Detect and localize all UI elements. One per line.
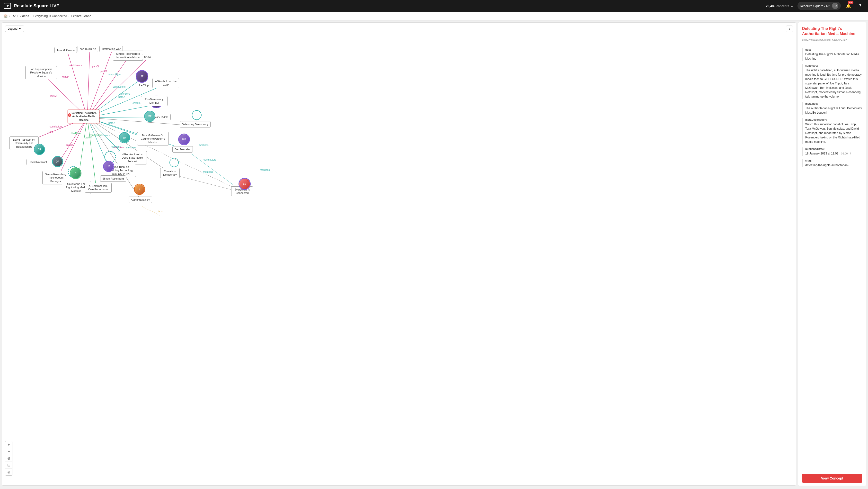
node-defeating-label: Defeating The Right's Authoritarian Medi… xyxy=(71,112,96,121)
node-das-touch[interactable]: das Touch Ne xyxy=(78,46,98,52)
node-joe-trippi-label: Joe Trippi xyxy=(138,84,149,87)
node-countering-circle[interactable]: C xyxy=(70,167,82,179)
node-simon-innovation[interactable]: Simon Rosenberg o Innovation in Media xyxy=(113,51,143,61)
node-defending-democracy[interactable]: Defending Democracy xyxy=(180,121,211,127)
node-joe-trippi-unpacks[interactable]: Joe Trippi unpacks Resolute Square's Mis… xyxy=(25,66,57,79)
user-pill[interactable]: Resolute Square / R2 R2 xyxy=(798,2,841,10)
panel-title: Defeating The Right's Authoritarian Medi… xyxy=(802,26,862,36)
concepts-count: 25,483 concepts ▲ xyxy=(766,4,794,8)
node-threats-democracy[interactable]: Threats to Democracy xyxy=(160,168,180,178)
node-david-rothkopf[interactable]: David Rothkopf xyxy=(27,159,49,165)
legend-button[interactable]: Legend ▼ xyxy=(5,26,24,32)
app-title: Resolute Square LIVE xyxy=(14,3,59,8)
panel-header: Defeating The Right's Authoritarian Medi… xyxy=(798,22,866,45)
panel-body: title: Defeating The Right's Authoritari… xyxy=(798,45,866,471)
field-title: title: Defeating The Right's Authoritari… xyxy=(802,48,862,61)
chevron-down-icon: ▼ xyxy=(19,27,21,30)
node-action[interactable]: d, Embrace ion, Own the scourse xyxy=(85,183,112,193)
svg-line-14 xyxy=(59,117,87,163)
node-authoritarianism-circle[interactable]: A xyxy=(134,184,145,195)
help-icon: ? xyxy=(849,152,851,155)
avatar: R2 xyxy=(832,3,838,9)
breadcrumb-everything-connected[interactable]: Everything is Connected xyxy=(33,14,67,18)
svg-line-2 xyxy=(87,52,112,117)
field-summary: summary: The right's hate-filled, author… xyxy=(802,64,862,99)
svg-line-12 xyxy=(87,117,186,150)
field-metaTitle: metaTitle: The Authoritarian Right Is Lo… xyxy=(802,102,862,115)
node-ben-meiselas[interactable]: Ben Meiselas xyxy=(173,146,193,152)
zoom-center-button[interactable]: ⊞ xyxy=(5,462,12,468)
zoom-layers-button[interactable]: ⊚ xyxy=(5,468,12,476)
svg-line-26 xyxy=(142,206,160,215)
node-pro-demo-label[interactable]: Pro-Democracy Link Bui xyxy=(141,96,167,106)
node-david-rothkopf-circle[interactable]: DR xyxy=(52,156,63,167)
panel-footer: View Concept xyxy=(798,471,866,486)
svg-line-3 xyxy=(87,52,90,117)
graph-collapse-button[interactable]: › xyxy=(786,26,793,32)
breadcrumb: 🏠 / R2 / Videos / Everything is Connecte… xyxy=(0,12,868,21)
node-tara-mcgowan[interactable]: Tara McGowan xyxy=(55,47,77,53)
node-david-circle[interactable]: DR xyxy=(34,144,45,155)
node-mark-riddle-circle[interactable]: MR xyxy=(144,111,155,122)
zoom-controls: + − ⊕ ⊞ ⊚ xyxy=(5,441,12,476)
node-simon-rosenberg[interactable]: Simon Rosenberg xyxy=(100,175,126,182)
node-show[interactable]: Show xyxy=(142,54,153,60)
right-panel: Defeating The Right's Authoritarian Medi… xyxy=(798,22,866,486)
graph-area[interactable]: Legend ▼ › xyxy=(2,22,796,486)
home-icon[interactable]: 🏠 xyxy=(4,14,8,18)
top-nav: R² Resolute Square LIVE 25,483 concepts … xyxy=(0,0,868,12)
main-layout: Legend ▼ › xyxy=(0,21,868,488)
zoom-fit-button[interactable]: ⊕ xyxy=(5,455,12,462)
node-notif-2: ! xyxy=(247,178,250,181)
node-everything-circle[interactable]: EC ! xyxy=(239,178,251,190)
node-ben-meiselas-circle[interactable]: BM xyxy=(178,134,190,145)
breadcrumb-videos[interactable]: Videos xyxy=(20,14,29,18)
breadcrumb-r2[interactable]: R2 xyxy=(12,14,16,18)
breadcrumb-current: Explore Graph xyxy=(71,14,91,18)
node-maga-hold[interactable]: AGA's hold on the GOP xyxy=(152,78,179,88)
node-tara-courier[interactable]: Tara McGowan On Courier Newsroom's Missi… xyxy=(137,132,169,145)
zoom-in-button[interactable]: + xyxy=(5,441,12,448)
node-defeating[interactable]: ! Defeating The Right's Authoritarian Me… xyxy=(68,110,99,123)
node-authoritarianism[interactable]: Authoritarianism xyxy=(129,197,152,203)
field-slug: slug: defeating-the-rights-authoritarian… xyxy=(802,159,862,167)
field-metaDescription: metaDescription: Watch this superstar pa… xyxy=(802,118,862,144)
svg-line-5 xyxy=(87,59,147,117)
field-publishedDate: publishedDate: 18 January 2023 at 13:02 … xyxy=(802,147,862,156)
logo[interactable]: R² xyxy=(4,3,11,9)
node-joe-building-circle[interactable]: JT xyxy=(103,161,114,172)
view-concept-button[interactable]: View Concept xyxy=(802,474,862,483)
graph-edges-svg xyxy=(2,23,796,485)
svg-line-4 xyxy=(87,60,126,117)
panel-urn: urn:r2:Video:1Mp9KWR7fIFK2qfOwU31jH xyxy=(802,38,862,41)
node-empty-circle-1 xyxy=(192,110,202,120)
notifications-btn[interactable]: 🔔 100 xyxy=(845,2,852,10)
nav-right: 25,483 concepts ▲ Resolute Square / R2 R… xyxy=(766,2,864,10)
help-btn[interactable]: ? xyxy=(856,2,864,10)
node-notification: ! xyxy=(68,113,71,117)
zoom-out-button[interactable]: − xyxy=(5,448,12,455)
node-tara-courier-circle[interactable]: TM xyxy=(119,132,130,143)
node-deep-state[interactable]: d Rothkopf and e Deep State Radio Podcas… xyxy=(118,151,147,165)
node-empty-circle-2 xyxy=(169,158,179,167)
node-joe-trippi-circle[interactable]: JT xyxy=(136,70,148,83)
